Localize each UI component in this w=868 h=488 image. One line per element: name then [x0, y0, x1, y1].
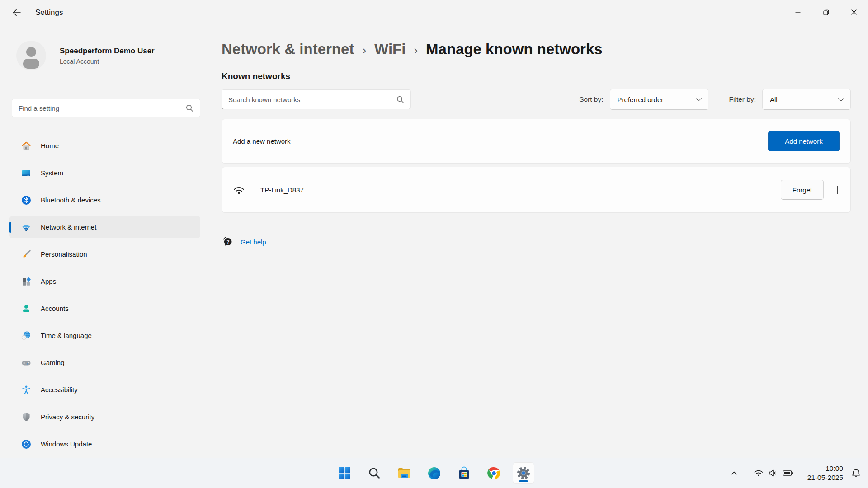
search-icon [186, 104, 193, 112]
settings-button[interactable] [513, 462, 534, 484]
search-icon [368, 466, 381, 480]
chevron-right-icon[interactable] [837, 186, 838, 194]
chevron-up-icon[interactable] [727, 466, 741, 480]
main-content: Network & internet › WiFi › Manage known… [222, 25, 851, 248]
tray-time: 10:00 [807, 464, 843, 473]
back-arrow-icon [12, 8, 22, 18]
clock[interactable]: 10:00 21-05-2025 [807, 464, 843, 482]
search-known-networks-input[interactable] [222, 96, 396, 103]
active-app-indicator [519, 480, 528, 482]
start-icon [337, 466, 352, 480]
user-name: Speedperform Demo User [60, 47, 155, 56]
network-icon [21, 222, 32, 233]
sidebar-item-system[interactable]: System [9, 162, 200, 184]
sort-by-dropdown[interactable]: Preferred order [610, 89, 708, 110]
add-network-button[interactable]: Add network [768, 131, 840, 151]
privacy-security-icon [21, 412, 32, 422]
sidebar-item-network-internet[interactable]: Network & internet [9, 216, 200, 238]
taskbar: 10:00 21-05-2025 [0, 458, 868, 488]
sidebar-item-accessibility[interactable]: Accessibility [9, 379, 200, 401]
wifi-icon [753, 468, 764, 479]
restore-icon [823, 9, 830, 16]
list-controls-row: Sort by: Preferred order Filter by: All [222, 89, 851, 110]
add-network-card: Add a new network Add network [222, 119, 851, 164]
maximize-button[interactable] [812, 0, 840, 24]
sidebar-item-bluetooth-devices[interactable]: Bluetooth & devices [9, 189, 200, 211]
breadcrumb-separator: › [414, 43, 418, 57]
minimize-button[interactable] [784, 0, 812, 24]
close-icon [851, 9, 857, 15]
find-a-setting-searchbox[interactable] [12, 99, 200, 117]
known-network-row[interactable]: TP-Link_D837 Forget [222, 167, 851, 213]
close-button[interactable] [840, 0, 868, 24]
network-volume-battery-group[interactable] [753, 468, 794, 479]
system-icon [21, 168, 32, 178]
tray-date: 21-05-2025 [807, 473, 843, 482]
minimize-icon [795, 9, 801, 15]
chrome-icon [486, 466, 501, 481]
sort-by-label: Sort by: [579, 95, 603, 103]
taskbar-search-button[interactable] [363, 462, 385, 484]
user-profile[interactable]: Speedperform Demo User Local Account [16, 41, 155, 70]
settings-gear-icon [516, 465, 531, 481]
battery-icon [782, 468, 794, 479]
app-title: Settings [35, 8, 63, 17]
gaming-icon [21, 357, 32, 368]
windows-update-icon [21, 439, 32, 450]
filter-by-label: Filter by: [729, 95, 756, 103]
chrome-button[interactable] [483, 462, 505, 484]
sidebar-item-apps[interactable]: Apps [9, 270, 200, 292]
search-known-networks-box[interactable] [222, 89, 411, 109]
sidebar-nav: Home System Bluetooth & devices Network … [9, 135, 200, 460]
back-button[interactable] [9, 5, 24, 20]
sidebar-item-accounts[interactable]: Accounts [9, 297, 200, 319]
breadcrumb: Network & internet › WiFi › Manage known… [222, 41, 851, 58]
forget-button[interactable]: Forget [781, 180, 824, 200]
window-controls [784, 0, 868, 24]
personalisation-icon [21, 249, 32, 260]
wifi-icon [233, 184, 245, 196]
get-help-link[interactable]: ? Get help [222, 236, 266, 248]
sidebar-item-personalisation[interactable]: Personalisation [9, 243, 200, 265]
sidebar-item-privacy-security[interactable]: Privacy & security [9, 406, 200, 428]
accounts-icon [21, 303, 32, 314]
file-explorer-icon [397, 466, 412, 481]
add-network-label: Add a new network [233, 137, 291, 145]
edge-icon [427, 466, 442, 481]
avatar [16, 41, 46, 70]
find-a-setting-input[interactable] [12, 104, 186, 112]
system-tray: 10:00 21-05-2025 [727, 458, 862, 488]
page-title: Manage known networks [426, 41, 603, 58]
notification-bell-icon[interactable] [850, 468, 862, 479]
start-button[interactable] [334, 462, 355, 484]
time-language-icon [21, 330, 32, 341]
sidebar-item-home[interactable]: Home [9, 135, 200, 157]
section-title: Known networks [222, 71, 851, 81]
selected-indicator [9, 222, 11, 233]
titlebar: Settings [0, 0, 868, 25]
microsoft-store-button[interactable] [453, 462, 475, 484]
chevron-down-icon [696, 95, 702, 101]
accessibility-icon [21, 385, 32, 395]
sidebar: Speedperform Demo User Local Account Hom… [0, 25, 206, 458]
taskbar-icons [334, 462, 534, 484]
home-icon [21, 141, 32, 151]
file-explorer-button[interactable] [393, 462, 415, 484]
chevron-down-icon [838, 95, 844, 101]
network-name: TP-Link_D837 [260, 186, 304, 194]
volume-icon [768, 468, 778, 479]
apps-icon [21, 276, 32, 287]
help-bubble-icon: ? [222, 236, 233, 248]
user-account-type: Local Account [60, 58, 155, 65]
breadcrumb-network-internet[interactable]: Network & internet [222, 41, 354, 58]
breadcrumb-separator: › [362, 43, 366, 57]
sidebar-item-time-language[interactable]: Time & language [9, 324, 200, 347]
microsoft-store-icon [457, 466, 472, 481]
bluetooth-icon [21, 195, 32, 206]
filter-by-dropdown[interactable]: All [762, 89, 851, 110]
sidebar-item-gaming[interactable]: Gaming [9, 352, 200, 374]
sidebar-item-windows-update[interactable]: Windows Update [9, 433, 200, 455]
edge-button[interactable] [423, 462, 445, 484]
search-icon [396, 96, 404, 103]
breadcrumb-wifi[interactable]: WiFi [374, 41, 406, 58]
